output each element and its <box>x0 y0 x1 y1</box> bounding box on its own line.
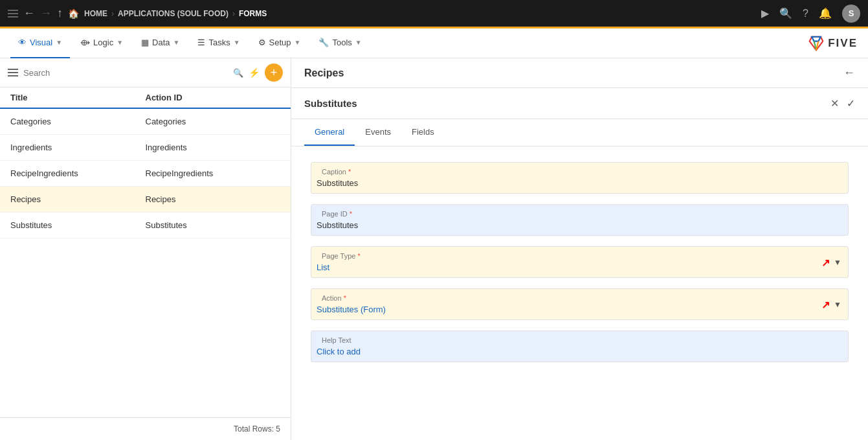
helptext-wrapper: Help Text Click to add <box>311 330 849 362</box>
search-input[interactable] <box>23 68 228 78</box>
table-row[interactable]: RecipeIngredients RecipeIngredients <box>0 161 291 187</box>
pageid-label: Page ID <box>317 207 843 218</box>
hamburger-menu[interactable] <box>8 10 18 17</box>
back-button[interactable]: ← <box>23 6 35 20</box>
right-header: Recipes ← <box>291 58 868 88</box>
table-row[interactable]: Recipes Recipes <box>0 187 291 213</box>
tab-fields[interactable]: Fields <box>401 119 445 146</box>
breadcrumb-current[interactable]: FORMS <box>239 9 267 18</box>
search-top-icon[interactable]: 🔍 <box>779 7 792 19</box>
action-field: Action Substitutes (Form) ▼ ↗ <box>311 288 849 320</box>
pagetype-red-arrow: ↗ <box>821 256 830 268</box>
form-content: Caption Substitutes Page ID Substitutes … <box>291 146 868 378</box>
add-button[interactable]: + <box>265 64 283 82</box>
col-actionid-header: Action ID <box>146 93 281 102</box>
svg-marker-1 <box>812 36 821 41</box>
row-actionid: RecipeIngredients <box>146 168 281 178</box>
action-red-arrow: ↗ <box>821 298 830 310</box>
back-right-icon[interactable]: ← <box>843 66 855 80</box>
close-icon[interactable]: ✕ <box>830 97 839 110</box>
total-rows: Total Rows: 5 <box>0 417 291 440</box>
tab-general[interactable]: General <box>304 119 355 146</box>
pagetype-value[interactable]: List <box>317 261 843 272</box>
tab-visual[interactable]: 👁 Visual ▼ <box>10 29 70 58</box>
tab-events[interactable]: Events <box>355 119 401 146</box>
left-panel: 🔍 ⚡ + Title Action ID Categories Categor… <box>0 58 291 440</box>
helptext-value[interactable]: Click to add <box>317 345 843 356</box>
row-title: Recipes <box>10 194 146 204</box>
tab-tasks[interactable]: ☰ Tasks ▼ <box>190 29 247 58</box>
row-title: RecipeIngredients <box>10 168 146 178</box>
tab-tools-label: Tools <box>332 38 351 47</box>
action-dropdown-icon[interactable]: ▼ <box>834 300 841 309</box>
tab-logic[interactable]: ⟴ Logic ▼ <box>72 29 131 58</box>
sub-tabs: General Events Fields <box>291 119 868 146</box>
caption-value[interactable]: Substitutes <box>317 177 843 188</box>
search-icon[interactable]: 🔍 <box>233 68 243 78</box>
helptext-label: Help Text <box>317 334 843 344</box>
pagetype-label: Page Type <box>317 249 843 260</box>
breadcrumb-home[interactable]: HOME <box>84 9 107 18</box>
caption-wrapper: Caption Substitutes <box>311 162 849 194</box>
up-button[interactable]: ↑ <box>57 6 63 20</box>
table-icon: ▦ <box>141 38 149 47</box>
chevron-down-icon: ▼ <box>234 39 240 46</box>
row-actionid: Substitutes <box>146 220 281 230</box>
sub-panel: Substitutes ✕ ✓ General Events Fields Ca… <box>291 88 868 440</box>
home-icon: 🏠 <box>68 8 79 19</box>
row-actionid: Ingredients <box>146 143 281 152</box>
tab-data-label: Data <box>152 38 170 47</box>
pagetype-dropdown-icon[interactable]: ▼ <box>834 258 841 267</box>
chevron-down-icon: ▼ <box>295 39 301 46</box>
pageid-value[interactable]: Substitutes <box>317 219 843 230</box>
row-actionid: Recipes <box>146 194 281 204</box>
breadcrumb-app[interactable]: APPLICATIONS (SOUL FOOD) <box>118 9 228 18</box>
caption-field: Caption Substitutes <box>311 162 849 194</box>
panel-menu-icon[interactable] <box>8 69 18 76</box>
chevron-down-icon: ▼ <box>56 39 62 46</box>
five-logo-icon <box>807 36 825 51</box>
tab-setup[interactable]: ⚙ Setup ▼ <box>250 29 309 58</box>
top-right-icons: ▶ 🔍 ? 🔔 S <box>761 5 860 23</box>
tools-icon: 🔧 <box>318 38 329 47</box>
row-actionid: Categories <box>146 117 281 126</box>
tab-logic-label: Logic <box>93 38 113 47</box>
helptext-field: Help Text Click to add <box>311 330 849 362</box>
tab-setup-label: Setup <box>269 38 291 47</box>
action-label: Action <box>317 292 843 302</box>
forward-button[interactable]: → <box>40 6 52 20</box>
caption-label: Caption <box>317 165 843 176</box>
tab-tasks-label: Tasks <box>208 38 230 47</box>
table-body: Categories Categories Ingredients Ingred… <box>0 109 291 238</box>
sub-header: Substitutes ✕ ✓ <box>291 88 868 119</box>
table-row[interactable]: Ingredients Ingredients <box>0 135 291 161</box>
check-icon[interactable]: ✓ <box>847 97 855 110</box>
row-title: Categories <box>10 117 146 126</box>
gear-icon: ⚙ <box>258 38 266 47</box>
second-nav: 👁 Visual ▼ ⟴ Logic ▼ ▦ Data ▼ ☰ Tasks ▼ … <box>0 29 868 58</box>
action-wrapper: Action Substitutes (Form) ▼ ↗ <box>311 288 849 320</box>
five-logo: FIVE <box>807 36 858 51</box>
tab-tools[interactable]: 🔧 Tools ▼ <box>311 29 369 58</box>
search-bar: 🔍 ⚡ + <box>0 58 291 87</box>
right-panel: Recipes ← Substitutes ✕ ✓ General Events… <box>291 58 868 440</box>
eye-icon: 👁 <box>18 38 27 47</box>
chevron-down-icon: ▼ <box>173 39 180 46</box>
lightning-icon[interactable]: ⚡ <box>249 67 260 78</box>
row-title: Substitutes <box>10 220 146 230</box>
sub-header-actions: ✕ ✓ <box>830 97 855 110</box>
action-value[interactable]: Substitutes (Form) <box>317 303 843 314</box>
tab-visual-label: Visual <box>30 38 52 47</box>
help-icon[interactable]: ? <box>803 8 808 19</box>
table-row[interactable]: Categories Categories <box>0 109 291 135</box>
top-nav: ← → ↑ 🏠 HOME › APPLICATIONS (SOUL FOOD) … <box>0 0 868 29</box>
breadcrumb: HOME › APPLICATIONS (SOUL FOOD) › FORMS <box>84 9 267 18</box>
list-icon: ☰ <box>197 38 205 47</box>
table-row[interactable]: Substitutes Substitutes <box>0 213 291 238</box>
play-button[interactable]: ▶ <box>761 7 769 19</box>
tab-data[interactable]: ▦ Data ▼ <box>133 29 187 58</box>
page-title: Recipes <box>304 67 344 79</box>
pagetype-field: Page Type List ▼ ↗ <box>311 246 849 278</box>
user-avatar[interactable]: S <box>842 5 860 23</box>
notifications-icon[interactable]: 🔔 <box>819 7 832 19</box>
